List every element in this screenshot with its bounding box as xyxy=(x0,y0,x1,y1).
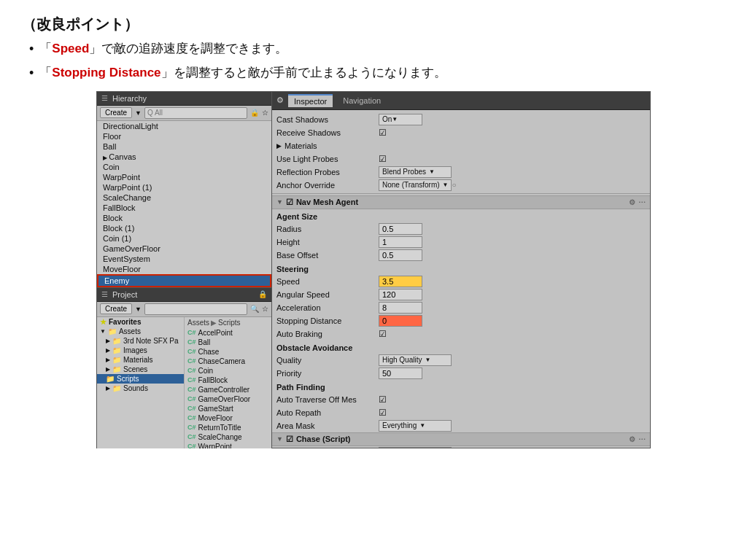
file-scalechange[interactable]: C#ScaleChange xyxy=(185,432,271,442)
inspector-tab[interactable]: Inspector xyxy=(288,94,333,107)
quality-label: Quality xyxy=(276,356,379,365)
reflection-probes-dropdown[interactable]: Blend Probes ▼ xyxy=(379,166,452,178)
nav-mesh-collapse-arrow: ▼ xyxy=(276,198,283,206)
base-offset-row: Base Offset xyxy=(272,249,650,262)
images-label: Images xyxy=(123,346,147,354)
section-title: （改良ポイント） xyxy=(22,15,725,34)
materials-label: Materials xyxy=(123,356,153,364)
acceleration-input[interactable] xyxy=(379,302,422,314)
file-returntotitle[interactable]: C#ReturnToTitle xyxy=(185,423,271,432)
anchor-override-value: None (Transform) xyxy=(382,181,440,189)
hierarchy-create-button[interactable]: Create xyxy=(100,107,132,118)
file-fallblock[interactable]: C#FallBlock xyxy=(185,376,271,385)
priority-input[interactable] xyxy=(379,368,422,379)
h-item-floor[interactable]: Floor xyxy=(97,131,271,141)
bullet-1: • 「Speed」で敵の追跡速度を調整できます。 xyxy=(29,39,725,60)
file-gamestart[interactable]: C#GameStart xyxy=(185,404,271,413)
coin-script-icon: C# xyxy=(187,367,196,374)
h-item-ball[interactable]: Ball xyxy=(97,141,271,152)
anchor-override-dropdown[interactable]: None (Transform) ▼ xyxy=(379,179,452,191)
path-assets: Assets xyxy=(187,319,209,327)
navigation-tab[interactable]: Navigation xyxy=(337,95,387,106)
chase-gear-icon[interactable]: ⚙ xyxy=(629,435,635,443)
hierarchy-panel: ☰ Hierarchy Create ▼ 🔒 ☆ DirectionalLigh… xyxy=(97,92,271,288)
auto-repath-checkbox[interactable] xyxy=(379,408,387,418)
cast-shadows-text: On xyxy=(382,115,392,123)
h-item-scalechange[interactable]: ScaleChange xyxy=(97,192,271,203)
warppoint-script-icon: C# xyxy=(187,443,196,448)
tree-assets[interactable]: ▼ 📁 Assets xyxy=(97,327,184,336)
ball-script-icon: C# xyxy=(187,338,196,346)
use-light-probes-row: Use Light Probes xyxy=(272,152,650,166)
h-item-warppoint[interactable]: WarpPoint xyxy=(97,172,271,182)
file-coin[interactable]: C#Coin xyxy=(185,366,271,376)
radius-row: Radius xyxy=(272,222,650,236)
quality-dropdown[interactable]: High Quality ▼ xyxy=(379,354,452,366)
base-offset-input[interactable] xyxy=(379,249,422,261)
project-search-input[interactable] xyxy=(144,303,247,315)
area-mask-dropdown[interactable]: Everything ▼ xyxy=(379,420,452,432)
3rdnote-arrow-icon: ▶ xyxy=(106,338,110,344)
h-item-gameoverfloor[interactable]: GameOverFloor xyxy=(97,244,271,254)
acceleration-label: Acceleration xyxy=(276,303,379,312)
file-ball[interactable]: C#Ball xyxy=(185,338,271,347)
h-item-block[interactable]: Block xyxy=(97,213,271,223)
h-item-warppoint1[interactable]: WarpPoint (1) xyxy=(97,182,271,192)
h-item-directionallight[interactable]: DirectionalLight xyxy=(97,121,271,131)
h-item-enemy[interactable]: Enemy xyxy=(97,274,271,287)
path-scripts: Scripts xyxy=(218,319,241,327)
auto-braking-checkbox[interactable] xyxy=(379,329,387,339)
tree-images[interactable]: ▶ 📁 Images xyxy=(97,346,184,355)
use-light-probes-checkbox[interactable] xyxy=(379,154,387,164)
file-accelpoint[interactable]: C#AccelPoint xyxy=(185,328,271,338)
auto-traverse-checkbox[interactable] xyxy=(379,394,387,405)
cast-shadows-value[interactable]: On ▼ xyxy=(379,114,422,125)
receive-shadows-checkbox[interactable] xyxy=(379,128,387,138)
hierarchy-lock-icon: 🔒 xyxy=(250,109,259,117)
file-gameoverfloor[interactable]: C#GameOverFloor xyxy=(185,394,271,404)
h-item-canvas[interactable]: Canvas xyxy=(97,152,271,162)
3rdnote-label: 3rd Note SFX Pa xyxy=(123,337,179,345)
hierarchy-tab[interactable]: Hierarchy xyxy=(112,94,147,103)
project-files: Assets ▶ Scripts C#AccelPoint C#Ball C#C… xyxy=(185,317,271,448)
speed-input[interactable] xyxy=(379,276,422,287)
quality-value: High Quality xyxy=(382,356,422,364)
file-movefloor[interactable]: C#MoveFloor xyxy=(185,413,271,423)
stopping-distance-input[interactable] xyxy=(379,315,422,327)
h-item-movefloor[interactable]: MoveFloor xyxy=(97,264,271,274)
hierarchy-menu-icon: ☰ xyxy=(101,94,108,102)
nav-mesh-title: Nav Mesh Agent xyxy=(296,198,358,206)
project-create-button[interactable]: Create xyxy=(100,303,132,314)
stopping-distance-row: Stopping Distance xyxy=(272,314,650,327)
reflection-probes-value: Blend Probes xyxy=(382,168,426,176)
speed-row: Speed xyxy=(272,275,650,288)
file-warppoint[interactable]: C#WarpPoint xyxy=(185,442,271,448)
quality-row: Quality High Quality ▼ xyxy=(272,354,650,367)
height-input[interactable] xyxy=(379,236,422,248)
h-item-eventsystem[interactable]: EventSystem xyxy=(97,254,271,264)
anchor-override-circle[interactable]: ○ xyxy=(452,181,456,189)
file-gamecontroller[interactable]: C#GameController xyxy=(185,385,271,394)
chase-script-header[interactable]: ▼ ☑ Chase (Script) ⚙ ⋯ xyxy=(272,432,650,446)
h-item-coin1[interactable]: Coin (1) xyxy=(97,233,271,244)
tree-scripts[interactable]: 📁 Scripts xyxy=(97,374,184,384)
radius-input[interactable] xyxy=(379,223,422,235)
tree-sounds[interactable]: ▶ 📁 Sounds xyxy=(97,384,184,393)
nav-mesh-agent-header[interactable]: ▼ ☑ Nav Mesh Agent ⚙ ⋯ xyxy=(272,195,650,209)
file-chase[interactable]: C#Chase xyxy=(185,347,271,357)
tree-materials[interactable]: ▶ 📁 Materials xyxy=(97,355,184,365)
gameoverfloor-script-icon: C# xyxy=(187,395,196,402)
angular-speed-input[interactable] xyxy=(379,289,422,300)
reflection-probes-row: Reflection Probes Blend Probes ▼ xyxy=(272,166,650,179)
favorites-header: ★ Favorites xyxy=(97,317,184,327)
hierarchy-search-input[interactable] xyxy=(144,107,247,119)
file-chasecamera[interactable]: C#ChaseCamera xyxy=(185,357,271,366)
project-tab[interactable]: Project xyxy=(112,290,137,299)
h-item-fallblock[interactable]: FallBlock xyxy=(97,203,271,213)
script-value[interactable]: 📄 Chase xyxy=(379,447,452,448)
h-item-coin[interactable]: Coin xyxy=(97,162,271,172)
nav-mesh-gear-icon[interactable]: ⚙ xyxy=(629,198,635,206)
h-item-block1[interactable]: Block (1) xyxy=(97,223,271,233)
tree-3rdnote[interactable]: ▶ 📁 3rd Note SFX Pa xyxy=(97,336,184,346)
tree-scenes[interactable]: ▶ 📁 Scenes xyxy=(97,365,184,374)
